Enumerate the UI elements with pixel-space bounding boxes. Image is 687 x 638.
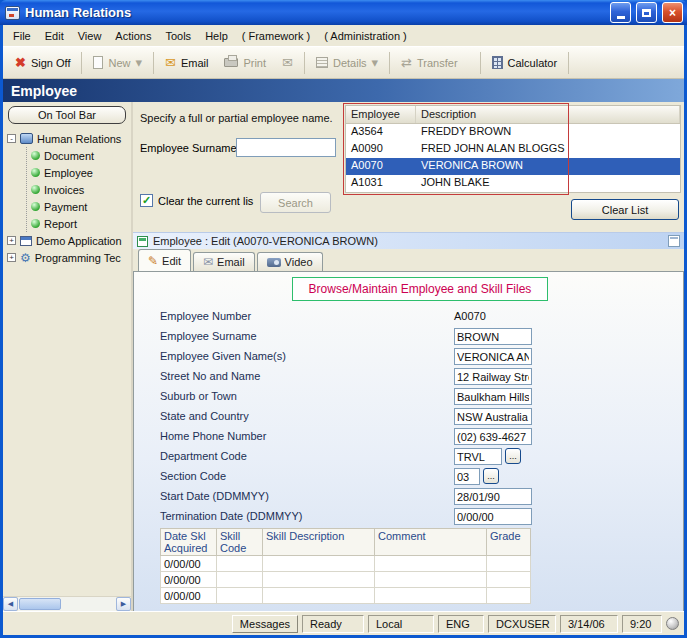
start-date-field[interactable]	[454, 488, 532, 505]
email-button[interactable]: ✉ Email	[157, 51, 216, 74]
restore-panel-icon[interactable]	[668, 235, 680, 247]
state-country-field[interactable]	[454, 408, 532, 425]
transfer-button[interactable]: ⇄ Transfer	[393, 51, 465, 74]
detail-section-header: Employee : Edit (A0070-VERONICA BROWN)	[133, 232, 684, 249]
department-lookup-button[interactable]: ...	[505, 448, 521, 464]
details-button[interactable]: Details ▾	[308, 51, 386, 74]
tree-item-programming-tec[interactable]: + ⚙ Programming Tec	[7, 249, 131, 266]
results-header: Employee Description	[346, 106, 680, 124]
result-row[interactable]: A0090 FRED JOHN ALAN BLOGGS	[346, 141, 680, 158]
page-title-banner: Employee	[3, 79, 684, 102]
skills-cell[interactable]	[217, 556, 263, 572]
app-icon	[5, 6, 20, 20]
field-label: Department Code	[160, 450, 454, 462]
tree-item-invoices[interactable]: Invoices	[31, 181, 131, 198]
detail-tabs: ✎ Edit ✉ Email Video	[133, 249, 684, 271]
surname-input[interactable]	[236, 138, 336, 157]
expand-icon[interactable]: +	[7, 236, 16, 245]
search-button[interactable]: Search	[260, 192, 331, 213]
skills-cell[interactable]: 0/00/00	[161, 556, 217, 572]
details-label: Details	[333, 57, 367, 69]
home-phone-field[interactable]	[454, 428, 532, 445]
on-tool-bar-button[interactable]: On Tool Bar	[8, 106, 126, 124]
skills-cell[interactable]: 0/00/00	[161, 572, 217, 588]
employee-form-icon	[137, 236, 148, 247]
skills-cell[interactable]	[263, 572, 375, 588]
given-names-field[interactable]	[454, 348, 532, 365]
menu-actions[interactable]: Actions	[108, 27, 158, 45]
employee-search-panel: Specify a full or partial employee name.…	[133, 102, 684, 232]
termination-date-field[interactable]	[454, 508, 532, 525]
maximize-icon	[642, 9, 651, 17]
tree-item-document[interactable]: Document	[31, 147, 131, 164]
scroll-right-button[interactable]: ▶	[116, 597, 131, 611]
calculator-label: Calculator	[508, 57, 558, 69]
close-button[interactable]: ×	[662, 2, 683, 23]
menu-view[interactable]: View	[71, 27, 109, 45]
result-row[interactable]: A3564 FREDDY BROWN	[346, 124, 680, 141]
scrollbar-thumb[interactable]	[19, 598, 61, 610]
department-code-field[interactable]	[454, 448, 502, 465]
menu-administration[interactable]: ( Administration )	[317, 27, 414, 45]
skills-cell[interactable]	[375, 556, 487, 572]
tree-item-payment[interactable]: Payment	[31, 198, 131, 215]
tab-edit[interactable]: ✎ Edit	[138, 249, 191, 271]
menu-edit[interactable]: Edit	[38, 27, 71, 45]
employee-description: VERONICA BROWN	[416, 158, 680, 175]
menu-tools[interactable]: Tools	[158, 27, 198, 45]
calculator-button[interactable]: Calculator	[484, 51, 566, 74]
menu-framework[interactable]: ( Framework )	[235, 27, 317, 45]
status-indicator-icon	[666, 617, 679, 630]
skills-cell[interactable]	[375, 588, 487, 604]
tab-video[interactable]: Video	[257, 252, 323, 271]
messages-button[interactable]: Messages	[232, 615, 298, 633]
section-code-field[interactable]	[454, 468, 480, 485]
tree-item-report[interactable]: Report	[31, 215, 131, 232]
skills-cell[interactable]: 0/00/00	[161, 588, 217, 604]
skills-cell[interactable]	[375, 572, 487, 588]
tree-root-human-relations[interactable]: - Human Relations	[7, 130, 131, 147]
field-label: Employee Surname	[160, 330, 454, 342]
skills-cell[interactable]	[263, 588, 375, 604]
skills-cell[interactable]	[487, 588, 531, 604]
maximize-button[interactable]	[636, 2, 657, 23]
tree-item-employee[interactable]: Employee	[31, 164, 131, 181]
new-dropdown-icon: ▾	[135, 56, 142, 69]
sign-off-button[interactable]: ✖ Sign Off	[7, 51, 78, 74]
print-button[interactable]: Print	[216, 52, 274, 74]
skills-cell[interactable]	[487, 556, 531, 572]
section-lookup-button[interactable]: ...	[483, 468, 499, 484]
street-field[interactable]	[454, 368, 532, 385]
skills-table: Date Skl Acquired Skill Code Skill Descr…	[160, 528, 531, 604]
menu-help[interactable]: Help	[198, 27, 235, 45]
sign-off-icon: ✖	[15, 56, 26, 69]
toolbar-separator	[81, 52, 82, 74]
clear-list-checkbox[interactable]: ✓	[140, 194, 153, 207]
tab-email[interactable]: ✉ Email	[193, 252, 255, 271]
expand-icon[interactable]: +	[7, 253, 16, 262]
envelope-button[interactable]: ✉	[274, 51, 301, 74]
suburb-field[interactable]	[454, 388, 532, 405]
column-header-employee[interactable]: Employee	[346, 106, 416, 123]
column-header-description[interactable]: Description	[416, 106, 680, 123]
skills-cell[interactable]	[263, 556, 375, 572]
surname-field[interactable]	[454, 328, 532, 345]
menu-file[interactable]: File	[6, 27, 38, 45]
skills-cell[interactable]	[217, 572, 263, 588]
skills-cell[interactable]	[217, 588, 263, 604]
result-row-selected[interactable]: A0070 VERONICA BROWN	[346, 158, 680, 175]
scroll-left-button[interactable]: ◀	[3, 597, 18, 611]
scrollbar-track[interactable]	[18, 597, 116, 611]
employee-description: FRED JOHN ALAN BLOGGS	[416, 141, 680, 158]
minimize-button[interactable]	[610, 2, 631, 23]
collapse-icon[interactable]: -	[7, 134, 16, 143]
horizontal-scrollbar[interactable]: ◀ ▶	[3, 596, 131, 611]
pencil-icon: ✎	[148, 255, 158, 267]
print-label: Print	[243, 57, 266, 69]
result-row[interactable]: A1031 JOHN BLAKE	[346, 175, 680, 192]
tree-item-demo-application[interactable]: + Demo Application	[7, 232, 131, 249]
new-button[interactable]: New ▾	[85, 51, 150, 74]
skills-cell[interactable]	[487, 572, 531, 588]
clear-list-button[interactable]: Clear List	[571, 199, 679, 220]
toolbar-separator	[568, 52, 569, 74]
